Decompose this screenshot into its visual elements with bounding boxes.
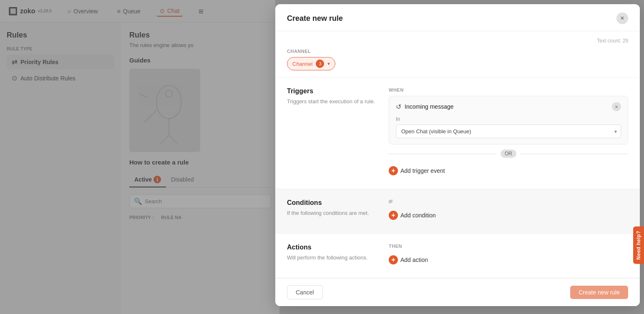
actions-left: Actions Will perform the following actio… [287, 244, 379, 268]
trigger-title-row: ↺ Incoming message [396, 103, 454, 111]
channel-top: Text count: 29 [287, 38, 628, 44]
trigger-box: ↺ Incoming message × In Open Chat (visib… [389, 96, 628, 145]
channel-section: Text count: 29 Channel Channel 3 ▾ [275, 31, 640, 77]
then-label: THEN [389, 244, 628, 249]
add-trigger-label: Add trigger event [400, 167, 445, 174]
triggers-title: Triggers [287, 87, 379, 95]
add-condition-icon: + [389, 211, 398, 220]
trigger-select-wrapper: Open Chat (visible in Queue) All Chats Q… [396, 125, 621, 138]
add-condition-button[interactable]: + Add condition [389, 207, 436, 223]
add-trigger-button[interactable]: + Add trigger event [389, 163, 445, 179]
modal-header: Create new rule × [275, 4, 640, 31]
trigger-in-label: In [396, 116, 621, 122]
conditions-right: IF + Add condition [389, 199, 628, 223]
conditions-title: Conditions [287, 199, 379, 207]
triggers-section: Triggers Triggers start the execution of… [275, 77, 640, 189]
triggers-left: Triggers Triggers start the execution of… [287, 87, 379, 179]
when-label: WHEN [389, 87, 628, 92]
channel-chevron-icon: ▾ [327, 61, 330, 67]
triggers-right: WHEN ↺ Incoming message × In [389, 87, 628, 179]
if-label: IF [389, 199, 628, 204]
channel-dropdown-label: Channel [292, 61, 312, 67]
actions-section: Actions Will perform the following actio… [275, 234, 640, 278]
modal-footer: Cancel Create new rule [275, 278, 640, 306]
add-action-icon: + [389, 255, 398, 264]
or-divider: OR [389, 150, 628, 158]
create-rule-button[interactable]: Create new rule [570, 286, 628, 299]
channel-count-badge: 3 [316, 60, 324, 68]
need-help-tab[interactable]: Need help? [633, 227, 644, 264]
add-action-label: Add action [400, 257, 428, 263]
add-action-button[interactable]: + Add action [389, 252, 428, 268]
trigger-remove-button[interactable]: × [612, 102, 621, 111]
trigger-header: ↺ Incoming message × [396, 102, 621, 111]
actions-right: THEN + Add action [389, 244, 628, 268]
modal-body: Text count: 29 Channel Channel 3 ▾ Trigg… [275, 31, 640, 278]
trigger-chat-select[interactable]: Open Chat (visible in Queue) All Chats Q… [396, 125, 621, 138]
modal-close-button[interactable]: × [616, 12, 628, 24]
incoming-message-icon: ↺ [396, 103, 401, 111]
channel-dropdown[interactable]: Channel 3 ▾ [287, 57, 335, 70]
create-rule-modal: Create new rule × Text count: 29 Channel… [275, 4, 640, 306]
or-line-left [389, 154, 496, 154]
modal-title: Create new rule [287, 14, 343, 23]
conditions-desc: If the following conditions are met. [287, 209, 379, 217]
actions-title: Actions [287, 244, 379, 251]
add-condition-label: Add condition [400, 212, 436, 219]
actions-desc: Will perform the following actions. [287, 254, 379, 262]
or-badge: OR [501, 150, 516, 158]
triggers-desc: Triggers start the execution of a rule. [287, 97, 379, 106]
add-trigger-icon: + [389, 166, 398, 175]
trigger-name: Incoming message [405, 103, 454, 110]
modal-overlay: Create new rule × Text count: 29 Channel… [0, 0, 644, 314]
channel-label: Channel [287, 49, 628, 54]
or-line-right [521, 154, 628, 154]
text-count: Text count: 29 [597, 38, 628, 44]
conditions-section: Conditions If the following conditions a… [275, 189, 640, 234]
cancel-button[interactable]: Cancel [287, 285, 323, 299]
conditions-left: Conditions If the following conditions a… [287, 199, 379, 223]
